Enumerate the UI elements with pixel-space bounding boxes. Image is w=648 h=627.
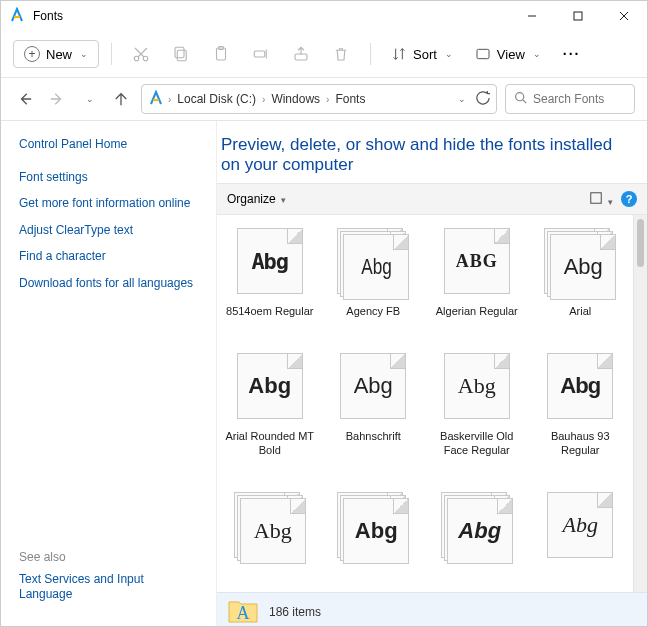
new-button[interactable]: + New ⌄ <box>13 40 99 68</box>
font-sample: Abg <box>248 373 291 399</box>
font-sample: Abg <box>354 373 393 399</box>
share-icon[interactable] <box>284 37 318 71</box>
font-name: 8514oem Regular <box>226 305 313 319</box>
sidebar-get-more[interactable]: Get more font information online <box>19 196 198 212</box>
font-name: Agency FB <box>346 305 400 319</box>
font-item[interactable]: AbgAgency FB <box>325 225 423 342</box>
view-button[interactable]: View ⌄ <box>467 41 549 67</box>
svg-rect-6 <box>177 50 186 61</box>
font-item[interactable]: Abg <box>428 489 526 592</box>
font-item[interactable]: AbgArial <box>532 225 630 342</box>
svg-rect-12 <box>477 49 489 58</box>
font-sample: Abg <box>355 518 398 544</box>
font-thumbnail: Abg <box>234 225 306 297</box>
breadcrumb[interactable]: Local Disk (C:) <box>175 90 258 108</box>
search-input[interactable] <box>533 92 626 106</box>
close-button[interactable] <box>601 1 647 31</box>
font-thumbnail: Abg <box>337 225 409 297</box>
back-button[interactable] <box>13 87 37 111</box>
font-name: Algerian Regular <box>436 305 518 319</box>
plus-icon: + <box>24 46 40 62</box>
address-bar[interactable]: › Local Disk (C:) › Windows › Fonts ⌄ <box>141 84 497 114</box>
delete-icon[interactable] <box>324 37 358 71</box>
scrollbar-thumb[interactable] <box>637 219 644 267</box>
font-item[interactable]: AbgArial Rounded MT Bold <box>221 350 319 481</box>
sidebar-download[interactable]: Download fonts for all languages <box>19 276 198 292</box>
breadcrumb[interactable]: Windows <box>269 90 322 108</box>
fonts-folder-icon: A <box>227 594 259 627</box>
svg-rect-7 <box>175 47 184 58</box>
font-grid: Abg8514oem RegularAbgAgency FBABGAlgeria… <box>217 215 633 592</box>
font-thumbnail: Abg <box>337 489 409 561</box>
view-label: View <box>497 47 525 62</box>
paste-icon[interactable] <box>204 37 238 71</box>
font-name: Bauhaus 93 Regular <box>535 430 625 458</box>
chevron-down-icon[interactable]: ⌄ <box>458 94 466 104</box>
sidebar-cleartype[interactable]: Adjust ClearType text <box>19 223 198 239</box>
title-bar: Fonts <box>1 1 647 31</box>
search-box[interactable] <box>505 84 635 114</box>
more-button[interactable]: ··· <box>555 41 589 67</box>
font-thumbnail: Abg <box>337 350 409 422</box>
font-item[interactable]: Abg <box>221 489 319 592</box>
font-sample: Abg <box>251 249 288 274</box>
rename-icon[interactable] <box>244 37 278 71</box>
sidebar-text-services[interactable]: Text Services and Input Language <box>19 572 198 603</box>
up-button[interactable] <box>109 87 133 111</box>
scrollbar[interactable] <box>633 215 647 592</box>
chevron-down-icon: ▾ <box>608 197 613 207</box>
font-sample: Abg <box>563 512 598 538</box>
help-icon[interactable]: ? <box>621 191 637 207</box>
forward-button[interactable] <box>45 87 69 111</box>
font-thumbnail: Abg <box>544 225 616 297</box>
chevron-down-icon: ⌄ <box>533 49 541 59</box>
page-title: Preview, delete, or show and hide the fo… <box>217 121 647 183</box>
font-thumbnail: Abg <box>234 350 306 422</box>
sidebar-font-settings[interactable]: Font settings <box>19 170 198 186</box>
font-name: Arial <box>569 305 591 319</box>
chevron-down-icon: ⌄ <box>80 49 88 59</box>
svg-text:A: A <box>237 603 250 623</box>
view-mode-button[interactable]: ▾ <box>589 191 613 208</box>
font-item[interactable]: ABGAlgerian Regular <box>428 225 526 342</box>
maximize-button[interactable] <box>555 1 601 31</box>
chevron-right-icon: › <box>168 94 171 105</box>
font-item[interactable]: AbgBauhaus 93 Regular <box>532 350 630 481</box>
font-name: Bahnschrift <box>346 430 401 444</box>
recent-button[interactable]: ⌄ <box>77 87 101 111</box>
svg-rect-10 <box>254 51 265 57</box>
font-thumbnail: Abg <box>544 350 616 422</box>
item-count: 186 items <box>269 605 321 619</box>
main-panel: Preview, delete, or show and hide the fo… <box>216 121 647 627</box>
minimize-button[interactable] <box>509 1 555 31</box>
svg-rect-14 <box>590 192 601 203</box>
font-thumbnail: ABG <box>441 225 513 297</box>
font-item[interactable]: AbgBahnschrift <box>325 350 423 481</box>
font-item[interactable]: AbgBaskerville Old Face Regular <box>428 350 526 481</box>
fonts-app-icon <box>9 7 25 26</box>
refresh-icon[interactable] <box>476 91 490 108</box>
address-row: ⌄ › Local Disk (C:) › Windows › Fonts ⌄ <box>1 78 647 120</box>
sort-label: Sort <box>413 47 437 62</box>
font-item[interactable]: Abg <box>325 489 423 592</box>
font-sample: Abg <box>254 518 292 544</box>
font-sample: ABG <box>456 251 498 272</box>
cut-icon[interactable] <box>124 37 158 71</box>
chevron-right-icon: › <box>326 94 329 105</box>
font-sample: Abg <box>361 254 392 280</box>
font-thumbnail: Abg <box>544 489 616 561</box>
status-bar: A 186 items <box>217 592 647 627</box>
font-thumbnail: Abg <box>441 350 513 422</box>
sort-button[interactable]: Sort ⌄ <box>383 41 461 67</box>
copy-icon[interactable] <box>164 37 198 71</box>
breadcrumb[interactable]: Fonts <box>333 90 367 108</box>
organize-button[interactable]: Organize ▾ <box>227 192 286 206</box>
font-item[interactable]: Abg <box>532 489 630 592</box>
font-item[interactable]: Abg8514oem Regular <box>221 225 319 342</box>
folder-fonts-icon <box>148 90 164 109</box>
svg-point-13 <box>516 93 524 101</box>
sidebar-find-char[interactable]: Find a character <box>19 249 198 265</box>
sidebar-cp-home[interactable]: Control Panel Home <box>19 137 198 153</box>
font-sample: Abg <box>560 373 600 399</box>
font-thumbnail: Abg <box>441 489 513 561</box>
